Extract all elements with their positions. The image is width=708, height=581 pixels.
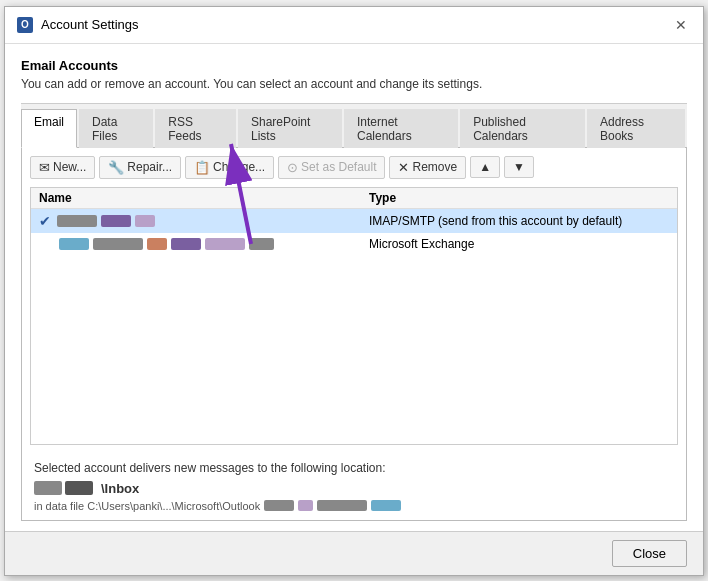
footer-info: Selected account delivers new messages t… bbox=[30, 461, 678, 512]
toolbar: ✉ New... 🔧 Repair... 📋 Change... ⊙ Set a… bbox=[30, 156, 678, 179]
repair-button[interactable]: 🔧 Repair... bbox=[99, 156, 181, 179]
new-icon: ✉ bbox=[39, 160, 50, 175]
table-header: Name Type bbox=[31, 188, 677, 209]
location-icon-1 bbox=[34, 481, 62, 495]
col-name-header: Name bbox=[39, 191, 369, 205]
set-default-button[interactable]: ⊙ Set as Default bbox=[278, 156, 385, 179]
change-icon: 📋 bbox=[194, 160, 210, 175]
name-blur-3 bbox=[135, 215, 155, 227]
table-row[interactable]: Microsoft Exchange bbox=[31, 233, 677, 255]
name-blur-8 bbox=[205, 238, 245, 250]
remove-button[interactable]: ✕ Remove bbox=[389, 156, 466, 179]
move-up-button[interactable]: ▲ bbox=[470, 156, 500, 178]
data-file-blur-4 bbox=[371, 500, 401, 511]
data-file-blur-1 bbox=[264, 500, 294, 511]
row-type-2: Microsoft Exchange bbox=[369, 237, 669, 251]
set-default-icon: ⊙ bbox=[287, 160, 298, 175]
name-blur-4 bbox=[59, 238, 89, 250]
data-file-row: in data file C:\Users\panki\...\Microsof… bbox=[34, 500, 674, 512]
window-close-button[interactable]: ✕ bbox=[671, 15, 691, 35]
tab-sharepoint-lists[interactable]: SharePoint Lists bbox=[238, 109, 342, 148]
name-blur-1 bbox=[57, 215, 97, 227]
data-file-blur-3 bbox=[317, 500, 367, 511]
default-check-icon: ✔ bbox=[39, 213, 51, 229]
name-blur-5 bbox=[93, 238, 143, 250]
section-title: Email Accounts bbox=[21, 58, 687, 73]
tab-data-files[interactable]: Data Files bbox=[79, 109, 153, 148]
section-desc: You can add or remove an account. You ca… bbox=[21, 77, 687, 91]
tab-address-books[interactable]: Address Books bbox=[587, 109, 685, 148]
tab-internet-calendars[interactable]: Internet Calendars bbox=[344, 109, 458, 148]
title-bar: O Account Settings ✕ bbox=[5, 7, 703, 44]
tab-email-content: ✉ New... 🔧 Repair... 📋 Change... ⊙ Set a… bbox=[21, 148, 687, 521]
delivery-label: Selected account delivers new messages t… bbox=[34, 461, 674, 475]
name-blur-9 bbox=[249, 238, 274, 250]
data-file-blur-2 bbox=[298, 500, 313, 511]
col-type-header: Type bbox=[369, 191, 669, 205]
close-dialog-button[interactable]: Close bbox=[612, 540, 687, 567]
account-settings-dialog: O Account Settings ✕ Email Accounts You … bbox=[4, 6, 704, 576]
window-title: Account Settings bbox=[41, 17, 139, 32]
tab-area: Email Data Files RSS Feeds SharePoint Li… bbox=[21, 104, 687, 521]
main-content: Email Accounts You can add or remove an … bbox=[5, 44, 703, 531]
new-button[interactable]: ✉ New... bbox=[30, 156, 95, 179]
remove-icon: ✕ bbox=[398, 160, 409, 175]
data-file-text: in data file C:\Users\panki\...\Microsof… bbox=[34, 500, 260, 512]
name-blur-2 bbox=[101, 215, 131, 227]
tab-email[interactable]: Email bbox=[21, 109, 77, 148]
tab-bar: Email Data Files RSS Feeds SharePoint Li… bbox=[21, 104, 687, 148]
inbox-label: \Inbox bbox=[101, 481, 139, 496]
app-icon: O bbox=[17, 17, 33, 33]
tab-published-calendars[interactable]: Published Calendars bbox=[460, 109, 585, 148]
move-down-button[interactable]: ▼ bbox=[504, 156, 534, 178]
dialog-footer: Close bbox=[5, 531, 703, 575]
row-type-1: IMAP/SMTP (send from this account by def… bbox=[369, 214, 669, 228]
accounts-table: Name Type ✔ IMAP/SMTP bbox=[30, 187, 678, 445]
location-icon-2 bbox=[65, 481, 93, 495]
table-row[interactable]: ✔ IMAP/SMTP (send from this account by d… bbox=[31, 209, 677, 233]
tab-rss-feeds[interactable]: RSS Feeds bbox=[155, 109, 236, 148]
change-button[interactable]: 📋 Change... bbox=[185, 156, 274, 179]
name-blur-6 bbox=[147, 238, 167, 250]
name-blur-7 bbox=[171, 238, 201, 250]
delivery-location: \Inbox bbox=[34, 481, 674, 496]
repair-icon: 🔧 bbox=[108, 160, 124, 175]
